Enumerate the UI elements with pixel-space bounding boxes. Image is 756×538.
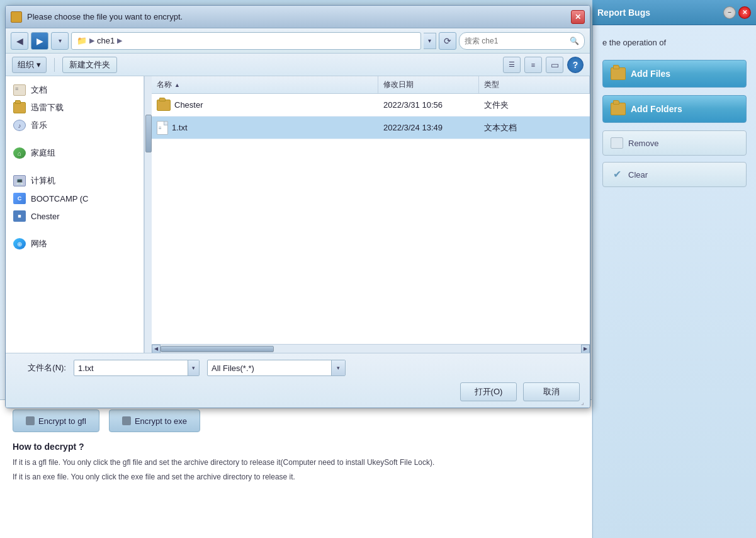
filetype-select-container: All Files(*.*) ▾ bbox=[207, 360, 346, 376]
col-header-type[interactable]: 类型 bbox=[479, 76, 590, 93]
remove-icon bbox=[611, 137, 623, 149]
encrypt-gfl-label: Encrypt to gfl bbox=[38, 416, 86, 426]
nav-item-homegroup[interactable]: ⌂ 家庭组 bbox=[6, 144, 144, 162]
file-row-chester[interactable]: Chester 2022/3/31 10:56 文件夹 bbox=[152, 94, 590, 117]
organize-label: 组织 bbox=[18, 59, 34, 71]
h-scroll-right-btn[interactable]: ▶ bbox=[581, 345, 590, 353]
breadcrumb-dropdown-btn[interactable]: ▾ bbox=[424, 33, 436, 49]
dropdown-arrow-btn[interactable]: ▾ bbox=[51, 32, 69, 50]
breadcrumb-folder-icon: 📁 bbox=[77, 36, 87, 45]
h-scroll-thumb bbox=[161, 346, 274, 352]
nav-item-network[interactable]: ⊕ 网络 bbox=[6, 235, 144, 253]
encrypt-exe-label: Encrypt to exe bbox=[135, 416, 187, 426]
homegroup-icon: ⌂ bbox=[13, 147, 26, 159]
col-name-label: 名称 bbox=[157, 79, 172, 90]
clear-button[interactable]: ✔ Clear bbox=[602, 162, 747, 187]
file-row-1txt[interactable]: 1.txt 2022/3/24 13:49 文本文档 bbox=[152, 117, 590, 139]
nav-item-computer[interactable]: 💻 计算机 bbox=[6, 172, 144, 190]
forward-button[interactable]: ▶ bbox=[31, 32, 48, 50]
add-folders-button[interactable]: Add Folders bbox=[602, 95, 747, 123]
add-folders-label: Add Folders bbox=[631, 104, 682, 114]
resize-handle[interactable]: ⌟ bbox=[581, 399, 589, 406]
breadcrumb-arrow-2: ▶ bbox=[117, 37, 122, 45]
nav-scrollbar[interactable] bbox=[144, 76, 152, 353]
preview-pane-button[interactable]: ▭ bbox=[546, 57, 563, 73]
filename-input[interactable] bbox=[74, 363, 188, 373]
search-input[interactable] bbox=[465, 37, 567, 45]
nav-item-music[interactable]: ♪ 音乐 bbox=[6, 117, 144, 134]
report-bugs-title: Report Bugs bbox=[597, 8, 650, 18]
nav-item-docs[interactable]: 文档 bbox=[6, 81, 144, 99]
encrypt-gfl-button[interactable]: Encrypt to gfl bbox=[13, 409, 99, 432]
search-box: 🔍 bbox=[459, 32, 585, 50]
report-bugs-bar: Report Bugs – ✕ bbox=[592, 0, 756, 25]
remove-button[interactable]: Remove bbox=[602, 130, 747, 156]
lock-icon-gfl bbox=[26, 416, 35, 425]
lock-icon-exe bbox=[122, 416, 131, 425]
folder-icon-chester bbox=[157, 100, 171, 111]
report-bugs-controls: – ✕ bbox=[723, 6, 751, 19]
encrypt-buttons: Encrypt to gfl Encrypt to exe bbox=[13, 409, 579, 432]
nav-item-chester[interactable]: ■ Chester bbox=[6, 207, 144, 225]
dialog-close-button[interactable]: ✕ bbox=[571, 10, 585, 24]
col-date-label: 修改日期 bbox=[383, 79, 414, 90]
encrypt-exe-button[interactable]: Encrypt to exe bbox=[109, 409, 200, 432]
dialog-title-text: Please choose the file you want to encry… bbox=[27, 12, 566, 21]
computer-icon: 💻 bbox=[13, 175, 26, 186]
how-decrypt-title: How to decrypt ? bbox=[13, 442, 579, 452]
bootcamp-icon: C bbox=[13, 193, 26, 204]
new-folder-button[interactable]: 新建文件夹 bbox=[62, 57, 117, 73]
open-button[interactable]: 打开(O) bbox=[460, 382, 517, 401]
dialog-body: 文档 迅雷下载 ♪ 音乐 ⌂ 家庭组 💻 计算机 C BOO bbox=[6, 76, 590, 353]
add-files-label: Add Files bbox=[631, 69, 670, 79]
filename-row: 文件名(N): ▾ All Files(*.*) ▾ bbox=[16, 360, 580, 376]
nav-label-computer: 计算机 bbox=[31, 175, 55, 186]
chester-nav-icon: ■ bbox=[13, 210, 26, 222]
sort-icon: ▲ bbox=[174, 82, 180, 88]
menu-separator bbox=[54, 58, 55, 72]
new-folder-label: 新建文件夹 bbox=[69, 59, 110, 71]
refresh-button[interactable]: ⟳ bbox=[439, 32, 456, 50]
nav-item-bootcamp[interactable]: C BOOTCAMP (C bbox=[6, 190, 144, 207]
docs-icon bbox=[13, 84, 26, 96]
organize-menu[interactable]: 组织 ▾ bbox=[12, 57, 47, 73]
add-folders-icon bbox=[611, 103, 626, 115]
organize-arrow-icon: ▾ bbox=[37, 60, 41, 69]
txt-icon-1txt bbox=[157, 121, 168, 135]
menubar-right: ☰ ≡ ▭ ? bbox=[503, 57, 584, 73]
col-header-name[interactable]: 名称 ▲ bbox=[152, 76, 378, 93]
bottom-section: Encrypt to gfl Encrypt to exe How to dec… bbox=[0, 399, 592, 538]
dialog-titlebar: Please choose the file you want to encry… bbox=[6, 6, 590, 28]
nav-scrollbar-thumb bbox=[145, 115, 152, 152]
file-type-1txt: 文本文档 bbox=[479, 122, 590, 134]
clear-label: Clear bbox=[628, 170, 648, 180]
minimize-button[interactable]: – bbox=[723, 6, 736, 19]
decrypt-text-1: If it is a gfl file. You only click the … bbox=[13, 457, 579, 469]
nav-pane: 文档 迅雷下载 ♪ 音乐 ⌂ 家庭组 💻 计算机 C BOO bbox=[6, 76, 144, 353]
close-button-reportbugs[interactable]: ✕ bbox=[738, 6, 751, 19]
search-icon[interactable]: 🔍 bbox=[570, 37, 579, 45]
add-files-button[interactable]: Add Files bbox=[602, 60, 747, 88]
file-pane: 名称 ▲ 修改日期 类型 Chester 2022/3/ bbox=[152, 76, 590, 353]
filetype-dropdown-btn[interactable]: ▾ bbox=[331, 360, 345, 375]
h-scroll-track bbox=[161, 345, 581, 353]
dialog-toolbar: ◀ ▶ ▾ 📁 ▶ che1 ▶ ▾ ⟳ 🔍 bbox=[6, 28, 590, 54]
view-sort-button[interactable]: ≡ bbox=[524, 57, 542, 73]
col-header-date[interactable]: 修改日期 bbox=[378, 76, 479, 93]
h-scroll-left-btn[interactable]: ◀ bbox=[152, 345, 161, 353]
cancel-button[interactable]: 取消 bbox=[523, 382, 580, 401]
filename-dropdown-btn[interactable]: ▾ bbox=[188, 360, 199, 375]
network-icon: ⊕ bbox=[13, 238, 26, 249]
nav-label-thunder: 迅雷下载 bbox=[31, 102, 64, 113]
horizontal-scrollbar[interactable]: ◀ ▶ bbox=[152, 344, 590, 353]
back-button[interactable]: ◀ bbox=[11, 32, 28, 50]
nav-label-bootcamp: BOOTCAMP (C bbox=[31, 194, 89, 203]
clear-checkmark-icon: ✔ bbox=[611, 168, 623, 181]
view-details-button[interactable]: ☰ bbox=[503, 57, 521, 73]
help-button[interactable]: ? bbox=[567, 57, 584, 73]
nav-label-chester: Chester bbox=[31, 212, 60, 221]
nav-item-thunder[interactable]: 迅雷下载 bbox=[6, 99, 144, 117]
dialog-title-icon bbox=[11, 11, 22, 23]
right-panel: e the operation of Add Files Add Folders… bbox=[592, 25, 756, 538]
dialog-bottom-bar: 文件名(N): ▾ All Files(*.*) ▾ 打开(O) 取消 bbox=[6, 353, 590, 408]
